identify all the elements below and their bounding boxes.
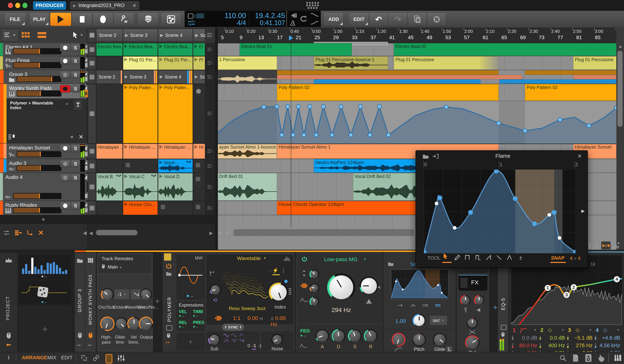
- group-lane-strip[interactable]: [525, 70, 616, 75]
- clip-slot[interactable]: [123, 159, 158, 173]
- pingpong-icon[interactable]: [435, 303, 441, 308]
- keyboard-icon[interactable]: [614, 354, 622, 361]
- file-menu-button[interactable]: FILE: [4, 13, 26, 26]
- keytrack-icon[interactable]: [209, 270, 215, 277]
- project-device-thumbnail-1[interactable]: ●→: [19, 255, 71, 279]
- add-device-button[interactable]: +: [155, 297, 160, 306]
- clip-slot[interactable]: [193, 201, 205, 215]
- automation-follow-icon[interactable]: [8, 134, 16, 140]
- group-lane-strip[interactable]: [499, 79, 616, 84]
- arranger-clip[interactable]: Poly Pattern 02: [277, 84, 499, 101]
- sync-badge[interactable]: ⬆SYNC⬆: [222, 324, 244, 331]
- clip-stop-cell[interactable]: [88, 159, 96, 173]
- add-automation-lane-button[interactable]: +: [70, 133, 74, 140]
- segments-time-value[interactable]: 1.00: [395, 318, 406, 324]
- clip-slot[interactable]: [96, 201, 123, 215]
- expression-pres[interactable]: PRES: [193, 320, 204, 325]
- record-button[interactable]: [93, 13, 113, 26]
- import-icon[interactable]: [432, 154, 439, 159]
- tempo-display[interactable]: 110.00: [206, 12, 246, 20]
- modulation-route-icon[interactable]: ●→: [179, 324, 185, 329]
- flame-curve-editor[interactable]: [424, 169, 575, 253]
- scene-header-3[interactable]: ▶Scene 3: [123, 29, 158, 42]
- group-lane-strip[interactable]: [314, 79, 481, 84]
- folder-icon[interactable]: [388, 261, 394, 266]
- solo-button[interactable]: S: [71, 202, 80, 209]
- close-window-button[interactable]: [8, 3, 13, 8]
- modulation-route-icon[interactable]: ●→: [193, 324, 199, 329]
- hold-icon[interactable]: [411, 303, 416, 308]
- new-effect-track-button[interactable]: [161, 13, 182, 26]
- phase-random-icon[interactable]: ⟲: [213, 297, 217, 303]
- scene-header-5[interactable]: ▶Sc: [193, 29, 205, 42]
- power-icon[interactable]: [301, 256, 308, 262]
- expression-rel[interactable]: REL: [179, 320, 187, 325]
- flame-grid-setting[interactable]: 4 × 4: [570, 255, 586, 262]
- time-signature-display[interactable]: 4/4: [206, 19, 246, 26]
- arranger-clip[interactable]: ayan Sunset Atmo 1-bounce-1: [218, 144, 277, 159]
- project-panel-tab[interactable]: PROJECT: [0, 253, 17, 352]
- filter-type-title[interactable]: Low-pass MG: [324, 256, 358, 262]
- arranger-clip[interactable]: Electro Beat 02: [394, 43, 616, 56]
- loop-icon[interactable]: [299, 15, 308, 23]
- volume-fader[interactable]: [17, 76, 61, 82]
- collapse-panel-icon[interactable]: ◀: [83, 230, 87, 236]
- arm-button[interactable]: [60, 71, 71, 79]
- osc-ratio-value[interactable]: 1:1: [233, 315, 241, 321]
- track-row-rusty-rhodes[interactable]: Rusty RhodesSM: [0, 201, 87, 215]
- flame-step-tool[interactable]: [465, 254, 473, 261]
- arranger-clip[interactable]: Plug 01 Percussive: [394, 56, 499, 70]
- fx-mix-knob[interactable]: [467, 318, 478, 329]
- feg-a-knob[interactable]: [315, 329, 329, 343]
- solo-button[interactable]: S: [71, 57, 80, 65]
- clip-stop-cell[interactable]: [88, 201, 96, 215]
- arrange-view-button[interactable]: ARRANGE: [22, 355, 47, 361]
- project-tab[interactable]: ▶ Integrated2023_PRO ✕: [70, 1, 139, 10]
- filter-env-knob[interactable]: [310, 297, 319, 307]
- track-row-audio-4[interactable]: Audio 4SM: [0, 173, 87, 201]
- track-name[interactable]: Himalayan Sunset: [9, 145, 50, 151]
- flame-triangle-tool[interactable]: [507, 254, 515, 261]
- volume-fader[interactable]: [13, 193, 61, 199]
- automation-pin-button[interactable]: [74, 100, 82, 110]
- link-icon[interactable]: [93, 354, 100, 362]
- fade-in-icon[interactable]: [310, 20, 319, 25]
- clip-slot[interactable]: El: [193, 43, 205, 56]
- clip-slot[interactable]: Electro Bea...: [158, 43, 193, 56]
- sub-octave-select[interactable]: 0-1-2: [248, 343, 260, 350]
- semitone-value[interactable]: 0.00 st: [248, 315, 263, 321]
- search-icon[interactable]: [559, 354, 567, 362]
- fx-send-knob-2[interactable]: [474, 295, 484, 306]
- close-automation-button[interactable]: ✕: [79, 134, 83, 140]
- eq-band-db-4[interactable]: +4.8 dB: [594, 335, 621, 341]
- row-scene-icon[interactable]: [206, 159, 214, 173]
- arm-button[interactable]: [60, 85, 71, 92]
- device-panel-toggle[interactable]: [105, 354, 112, 364]
- wavetable-preset-name[interactable]: Reso Sweep 3oct: [229, 306, 265, 311]
- phase-knob[interactable]: [209, 284, 221, 296]
- arranger-clip[interactable]: Plug 01 Percussive-bounce-1: [314, 56, 388, 70]
- wavetable-index-knob[interactable]: [269, 283, 288, 302]
- volume-fader[interactable]: [13, 207, 61, 213]
- device-color-swatch[interactable]: [164, 253, 171, 261]
- arm-button[interactable]: [60, 202, 71, 209]
- arm-button[interactable]: [60, 57, 71, 65]
- flame-offset-tool[interactable]: ±: [519, 255, 522, 261]
- lightning-icon[interactable]: ⚡: [272, 268, 279, 273]
- clip-slot[interactable]: Poly Patter...: [123, 84, 158, 143]
- clip-slot[interactable]: Scene 2: [96, 70, 123, 84]
- clip-stop-cell[interactable]: [88, 144, 96, 159]
- zoom-detail-icon[interactable]: [613, 242, 620, 249]
- expressions-modulator[interactable]: ExpressionsVEL●→TIMB●→REL●→PRES●→: [176, 301, 205, 331]
- arranger-clip[interactable]: Drift Bed 01: [218, 173, 277, 201]
- modulation-route-icon[interactable]: ●→: [179, 314, 185, 318]
- row-scene-icon[interactable]: [206, 70, 214, 84]
- mouse-icon[interactable]: [167, 333, 171, 338]
- segments-curve-display[interactable]: [391, 269, 449, 299]
- sub-level-knob[interactable]: [208, 334, 220, 346]
- fade-out-icon[interactable]: [310, 12, 319, 17]
- zoom-to-fit-button[interactable]: ▶|◀: [601, 241, 611, 250]
- chevron-down-icon[interactable]: ▼: [364, 258, 366, 261]
- stop-all-clips-header[interactable]: [88, 29, 96, 42]
- solo-button[interactable]: S: [71, 85, 80, 92]
